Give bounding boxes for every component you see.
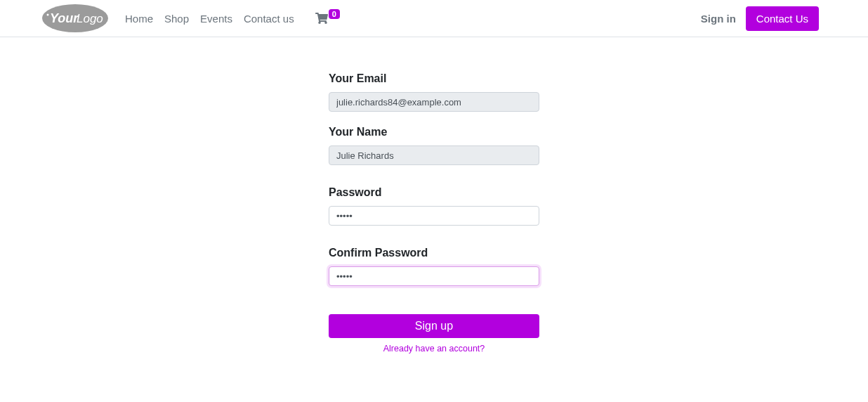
header-right: Sign in Contact Us [701, 6, 854, 31]
cart-badge: 0 [329, 9, 340, 19]
nav-home[interactable]: Home [119, 7, 159, 30]
main: Your Email Your Name Password Confirm Pa… [0, 37, 868, 354]
svg-point-3 [47, 14, 49, 16]
signin-link[interactable]: Sign in [701, 13, 736, 25]
name-field[interactable] [329, 145, 539, 165]
cart-button[interactable]: 0 [315, 13, 340, 24]
signup-button[interactable]: Sign up [329, 314, 539, 338]
email-group: Your Email [329, 72, 539, 112]
password-group: Password [329, 186, 539, 226]
contact-us-button[interactable]: Contact Us [746, 6, 819, 31]
name-group: Your Name [329, 126, 539, 165]
logo[interactable]: Your Logo [42, 4, 109, 32]
svg-text:Logo: Logo [77, 12, 103, 25]
password-field[interactable] [329, 206, 539, 226]
svg-text:Your: Your [50, 11, 79, 25]
signup-form: Your Email Your Name Password Confirm Pa… [329, 72, 539, 354]
header: Your Logo Home Shop Events Contact us 0 … [0, 0, 868, 37]
password-label: Password [329, 186, 539, 199]
confirm-password-field[interactable] [329, 266, 539, 286]
confirm-password-label: Confirm Password [329, 247, 539, 259]
confirm-password-group: Confirm Password [329, 247, 539, 286]
nav: Home Shop Events Contact us 0 [119, 7, 340, 30]
email-field[interactable] [329, 92, 539, 112]
email-label: Your Email [329, 72, 539, 85]
login-link[interactable]: Already have an account? [329, 344, 539, 354]
name-label: Your Name [329, 126, 539, 138]
cart-icon [315, 13, 328, 24]
nav-events[interactable]: Events [195, 7, 238, 30]
nav-shop[interactable]: Shop [159, 7, 195, 30]
nav-contact[interactable]: Contact us [238, 7, 300, 30]
